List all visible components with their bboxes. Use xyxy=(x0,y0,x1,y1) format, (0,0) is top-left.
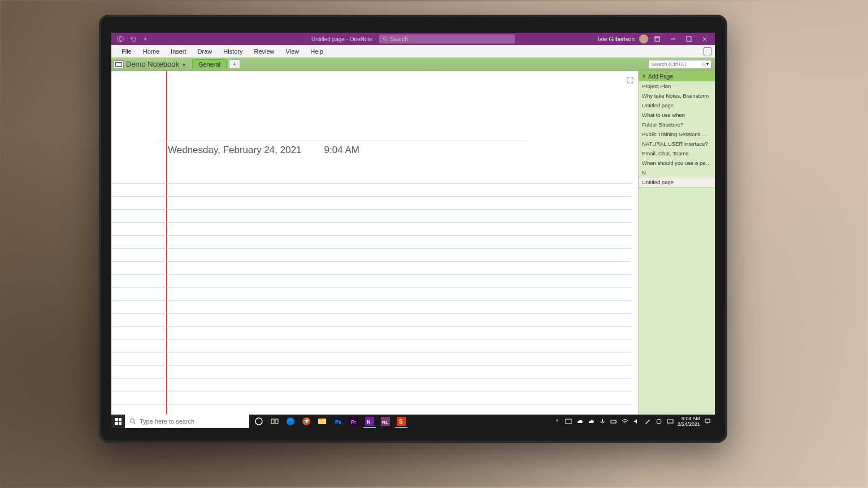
page-list-item[interactable]: Untitled page xyxy=(639,101,715,110)
tab-review[interactable]: Review xyxy=(249,45,280,57)
search-box[interactable] xyxy=(379,34,515,43)
page-timestamp: Wednesday, February 24, 2021 9:04 AM xyxy=(168,145,359,156)
svg-point-13 xyxy=(255,418,262,425)
edge-icon[interactable] xyxy=(283,415,298,428)
tab-history[interactable]: History xyxy=(218,45,248,57)
maximize-button[interactable] xyxy=(682,33,696,45)
page-list-item[interactable]: Public Training Sessions Worksho xyxy=(639,129,715,139)
page-list-item[interactable]: What to use when xyxy=(639,110,715,120)
tray-wifi-icon[interactable] xyxy=(621,417,629,425)
svg-rect-33 xyxy=(602,419,603,422)
premiere-icon[interactable]: Pr xyxy=(346,415,361,428)
svg-rect-3 xyxy=(655,37,659,41)
action-center-icon[interactable] xyxy=(704,417,711,425)
section-tab-general[interactable]: General xyxy=(192,59,227,69)
svg-rect-34 xyxy=(611,420,616,423)
svg-point-1 xyxy=(383,37,386,40)
svg-rect-38 xyxy=(705,419,710,422)
page-list-panel: + Add Page Project PlanWhy take Notes, B… xyxy=(638,71,715,428)
system-tray: ^ 9:04 AM 2/24/2021 xyxy=(553,415,715,428)
start-button[interactable] xyxy=(111,415,125,428)
add-page-button[interactable]: + Add Page xyxy=(639,71,715,81)
note-canvas[interactable]: Wednesday, February 24, 2021 9:04 AM xyxy=(111,71,638,428)
page-list-item[interactable]: N xyxy=(639,168,715,177)
page-search-box[interactable]: ▾ xyxy=(648,60,711,69)
share-icon[interactable] xyxy=(704,47,711,55)
svg-rect-21 xyxy=(318,419,322,420)
tab-file[interactable]: File xyxy=(116,45,137,57)
task-view-icon[interactable] xyxy=(267,415,282,428)
taskbar-search-input[interactable] xyxy=(140,418,241,425)
tray-clock[interactable]: 9:04 AM 2/24/2021 xyxy=(678,416,700,427)
back-button[interactable] xyxy=(116,34,125,43)
tablet-device-frame: ▾ Untitled page - OneNote Tate Gilbertso… xyxy=(99,15,727,443)
tray-meet-icon[interactable] xyxy=(565,417,572,425)
svg-text:N: N xyxy=(367,419,371,425)
tray-chevron-icon[interactable]: ^ xyxy=(553,417,561,425)
onenote-desktop-icon[interactable]: N1 xyxy=(378,415,393,428)
svg-line-12 xyxy=(134,422,136,424)
title-bar: ▾ Untitled page - OneNote Tate Gilbertso… xyxy=(111,33,715,45)
page-list-item[interactable]: Project Plan xyxy=(639,81,715,91)
ruled-lines xyxy=(111,171,631,428)
tray-volume-icon[interactable] xyxy=(632,417,640,425)
svg-text:N1: N1 xyxy=(382,420,388,425)
tray-onedrive-icon[interactable] xyxy=(576,417,584,425)
minimize-button[interactable] xyxy=(666,33,680,45)
tray-onedrive2-icon[interactable] xyxy=(587,417,595,425)
tab-home[interactable]: Home xyxy=(137,45,165,57)
page-list-item[interactable]: Email, Chat, Teams xyxy=(639,149,715,158)
qat-customize-button[interactable]: ▾ xyxy=(141,34,150,43)
photoshop-icon[interactable]: Ps xyxy=(331,415,345,428)
tray-keyboard-icon[interactable] xyxy=(666,417,674,425)
page-list-item[interactable]: When should you use a pen? xyxy=(639,158,715,168)
search-input[interactable] xyxy=(390,36,511,42)
notebook-section-bar: Demo Notebook▼ General + ▾ xyxy=(111,58,715,71)
svg-rect-37 xyxy=(667,420,673,423)
page-list-item[interactable]: Why take Notes, Brainstorm xyxy=(639,91,715,101)
page-title-area[interactable] xyxy=(157,128,525,141)
page-list-item[interactable]: NATURAL USER interface? xyxy=(639,139,715,149)
tray-mic-icon[interactable] xyxy=(598,417,606,425)
tab-help[interactable]: Help xyxy=(305,45,329,57)
window-title: Untitled page - OneNote xyxy=(311,36,372,42)
tray-location-icon[interactable] xyxy=(655,417,663,425)
page-time: 9:04 AM xyxy=(324,145,359,156)
svg-point-16 xyxy=(287,417,294,425)
taskbar-search[interactable] xyxy=(125,415,249,428)
page-search-input[interactable] xyxy=(651,62,702,67)
svg-rect-15 xyxy=(275,419,278,424)
snagit-icon[interactable]: S xyxy=(394,415,409,428)
taskbar-pinned-apps: Ps Pr N N1 S xyxy=(251,415,409,428)
page-list-item[interactable]: Untitled page xyxy=(639,177,715,187)
chrome-icon[interactable] xyxy=(299,415,314,428)
svg-line-2 xyxy=(386,40,387,41)
page-list-item[interactable]: Folder Structure? xyxy=(639,120,715,129)
svg-point-36 xyxy=(657,419,661,424)
user-avatar[interactable] xyxy=(639,34,648,43)
add-section-button[interactable]: + xyxy=(229,59,240,69)
close-button[interactable] xyxy=(698,33,711,45)
svg-point-11 xyxy=(131,419,134,423)
tray-pen-icon[interactable] xyxy=(644,417,652,425)
undo-button[interactable] xyxy=(128,34,137,43)
svg-rect-32 xyxy=(566,419,571,424)
tray-battery-icon[interactable] xyxy=(610,417,618,425)
cortana-icon[interactable] xyxy=(251,415,266,428)
windows-taskbar: Ps Pr N N1 S ^ 9:04 AM 2/24/2021 xyxy=(111,415,715,428)
onenote-app-icon[interactable]: N xyxy=(362,415,377,428)
ribbon-mode-button[interactable] xyxy=(650,33,664,45)
notebook-icon xyxy=(114,60,124,68)
svg-point-9 xyxy=(702,63,705,66)
tab-view[interactable]: View xyxy=(280,45,305,57)
notebook-dropdown[interactable]: Demo Notebook▼ xyxy=(126,60,186,68)
svg-text:Ps: Ps xyxy=(335,419,341,425)
tab-draw[interactable]: Draw xyxy=(192,45,218,57)
file-explorer-icon[interactable] xyxy=(315,415,329,428)
tab-insert[interactable]: Insert xyxy=(165,45,192,57)
fullscreen-icon[interactable] xyxy=(627,76,633,82)
svg-text:Pr: Pr xyxy=(351,419,357,425)
svg-rect-14 xyxy=(271,419,274,424)
plus-icon: + xyxy=(642,72,646,80)
user-name-label[interactable]: Tate Gilbertson xyxy=(597,36,635,42)
